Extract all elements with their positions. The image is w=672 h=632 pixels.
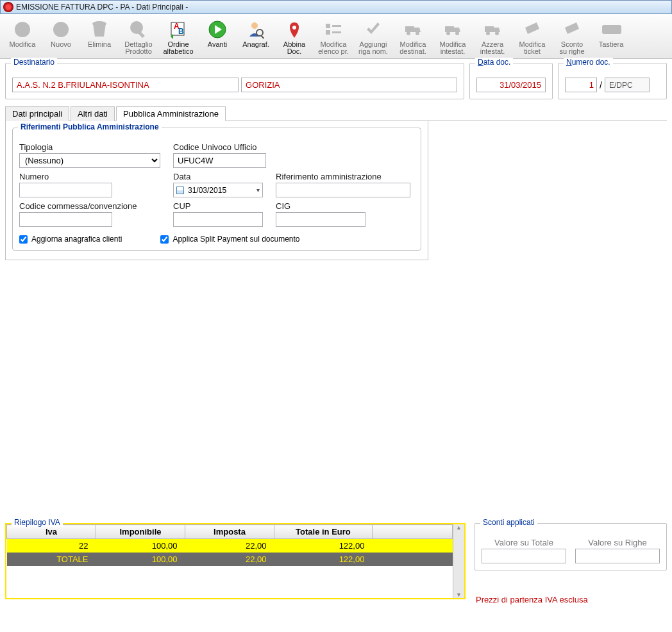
truck-icon <box>442 19 463 40</box>
cup-label: CUP <box>173 201 269 211</box>
modifica-ticket-button[interactable]: Modifica ticket <box>513 16 551 57</box>
destinatario-city-input[interactable] <box>241 78 457 92</box>
svg-point-21 <box>446 31 450 35</box>
svg-point-9 <box>251 22 258 29</box>
chk-aggiorna[interactable]: Aggiorna anagrafica clienti <box>19 235 122 244</box>
destinatario-name-input[interactable] <box>12 78 239 92</box>
commessa-input[interactable] <box>19 212 112 227</box>
valore-totale-input[interactable] <box>482 549 566 563</box>
iva-h2: Imponibile <box>96 525 185 539</box>
avanti-button[interactable]: Avanti <box>199 16 236 57</box>
svg-point-3 <box>131 22 142 33</box>
svg-rect-17 <box>405 26 414 32</box>
list-check-icon <box>323 19 344 40</box>
tabs: Dati principali Altri dati Pubblica Ammi… <box>5 106 667 121</box>
data-doc-legend: Data doc. <box>475 58 513 67</box>
circle-icon <box>51 19 71 40</box>
person-search-icon <box>246 19 266 40</box>
destinatario-legend: Destinatario <box>11 58 57 67</box>
pa-legend: Riferimenti Pubblica Amministrazione <box>18 122 162 131</box>
numero-doc-input[interactable] <box>565 78 597 92</box>
modifica-intestat-button[interactable]: Modifica intestat. <box>433 16 472 57</box>
azzera-intestat-button[interactable]: Azzera intestat. <box>473 16 512 57</box>
svg-rect-13 <box>326 24 330 28</box>
svg-rect-26 <box>602 25 621 34</box>
sconto-button[interactable]: Sconto su righe <box>553 16 591 57</box>
svg-rect-23 <box>485 26 494 32</box>
window-title: EMISSIONE FATTURA DPC - PA - Dati Princi… <box>16 3 188 12</box>
svg-rect-15 <box>332 25 341 27</box>
svg-point-0 <box>15 22 30 37</box>
aggiungi-riga-button[interactable]: Aggiungi riga nom. <box>354 16 392 57</box>
cup-input[interactable] <box>173 212 263 227</box>
modifica-button[interactable]: Modifica <box>4 16 41 57</box>
truck-icon <box>403 19 423 40</box>
tipologia-select[interactable]: (Nessuno) <box>19 153 160 168</box>
data-label: Data <box>173 172 269 181</box>
pa-fieldset: Riferimenti Pubblica Amministrazione Tip… <box>12 128 421 251</box>
rif-input[interactable] <box>276 183 410 197</box>
abbina-button[interactable]: Abbina Doc. <box>276 16 313 57</box>
svg-rect-14 <box>326 30 330 35</box>
scrollbar[interactable]: ▲ ▼ <box>453 524 464 598</box>
app-icon <box>3 2 13 12</box>
numero-input[interactable] <box>19 183 112 197</box>
codice-input[interactable] <box>173 153 266 168</box>
tab-altri-dati[interactable]: Altri dati <box>71 106 115 121</box>
ticket-icon <box>562 19 582 40</box>
tab-pubblica-amministrazione[interactable]: Pubblica Amministrazione <box>116 106 226 121</box>
anagraf-button[interactable]: Anagraf. <box>237 16 274 57</box>
calendar-icon <box>176 187 184 194</box>
rif-label: Riferimento amministrazione <box>276 172 410 181</box>
table-row-total: TOTALE100,0022,00122,00 <box>7 553 453 566</box>
dettaglio-button[interactable]: Dettaglio Prodotto <box>119 16 158 57</box>
scroll-up-icon[interactable]: ▲ <box>453 524 464 531</box>
check-icon <box>363 19 383 40</box>
data-doc-input[interactable] <box>476 78 546 92</box>
sconti-legend: Sconti applicati <box>480 518 537 527</box>
nuovo-button[interactable]: Nuovo <box>42 16 80 57</box>
pin-icon <box>284 19 305 40</box>
table-row[interactable]: 22100,0022,00122,00 <box>7 539 453 553</box>
svg-point-18 <box>407 31 410 35</box>
valore-righe-input[interactable] <box>575 549 660 563</box>
cig-input[interactable] <box>276 212 365 227</box>
svg-point-19 <box>416 31 419 35</box>
svg-rect-20 <box>445 26 454 32</box>
magnify-icon <box>128 19 149 40</box>
data-input[interactable]: 31/03/2015 ▾ <box>173 183 263 197</box>
tipologia-label: Tipologia <box>19 142 167 152</box>
circle-icon <box>12 19 33 40</box>
slash: / <box>600 80 602 90</box>
iva-box: Riepilogo IVA Iva Imponibile Imposta Tot… <box>5 523 466 599</box>
destinatario-box: Destinatario <box>5 63 464 99</box>
ordine-button[interactable]: AB Ordine alfabetico <box>159 16 197 57</box>
svg-point-1 <box>53 22 69 37</box>
tab-dati-principali[interactable]: Dati principali <box>5 106 69 121</box>
chk-split-payment[interactable]: Applica Split Payment sul documento <box>160 235 299 244</box>
codice-label: Codice Univoco Ufficio <box>173 142 410 152</box>
svg-rect-11 <box>261 35 265 39</box>
scroll-down-icon[interactable]: ▼ <box>453 592 464 598</box>
data-doc-box: Data doc. <box>469 63 553 99</box>
toolbar: Modifica Nuovo Elimina Dettaglio Prodott… <box>0 14 672 59</box>
serie-doc-input <box>605 78 650 92</box>
play-icon <box>207 19 228 40</box>
sconti-box: Sconti applicati Valore su Totale Valore… <box>475 523 667 570</box>
sort-az-icon: AB <box>168 19 189 40</box>
delete-icon <box>89 19 110 40</box>
chevron-down-icon: ▾ <box>256 187 260 194</box>
elimina-button[interactable]: Elimina <box>81 16 118 57</box>
modifica-destinat-button[interactable]: Modifica destinat. <box>394 16 432 57</box>
iva-h3: Imposta <box>185 525 274 539</box>
tastiera-button[interactable]: Tastiera <box>592 16 630 57</box>
modifica-elenco-button[interactable]: Modifica elenco pr. <box>314 16 353 57</box>
svg-point-10 <box>256 29 263 36</box>
cig-label: CIG <box>276 201 410 211</box>
numero-doc-box: Numero doc. / <box>558 63 667 99</box>
iva-h4: Totale in Euro <box>274 525 373 539</box>
valore-righe-label: Valore su Righe <box>575 538 660 547</box>
title-bar: EMISSIONE FATTURA DPC - PA - Dati Princi… <box>0 0 672 14</box>
truck-x-icon <box>482 19 503 40</box>
svg-point-25 <box>495 31 499 35</box>
